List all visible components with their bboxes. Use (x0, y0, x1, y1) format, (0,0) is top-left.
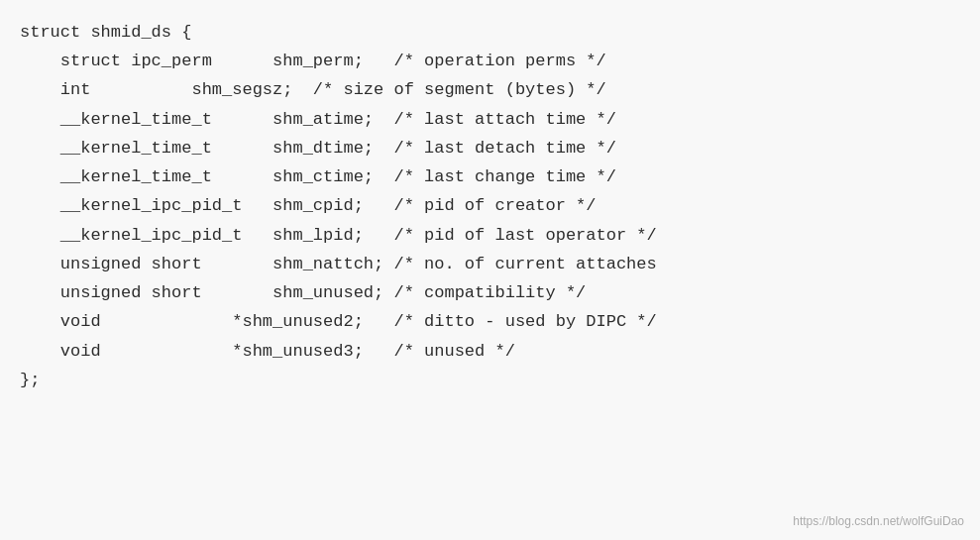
watermark: https://blog.csdn.net/wolfGuiDao (793, 514, 964, 528)
code-container: struct shmid_ds { struct ipc_perm shm_pe… (0, 0, 980, 540)
code-block: struct shmid_ds { struct ipc_perm shm_pe… (20, 18, 960, 394)
